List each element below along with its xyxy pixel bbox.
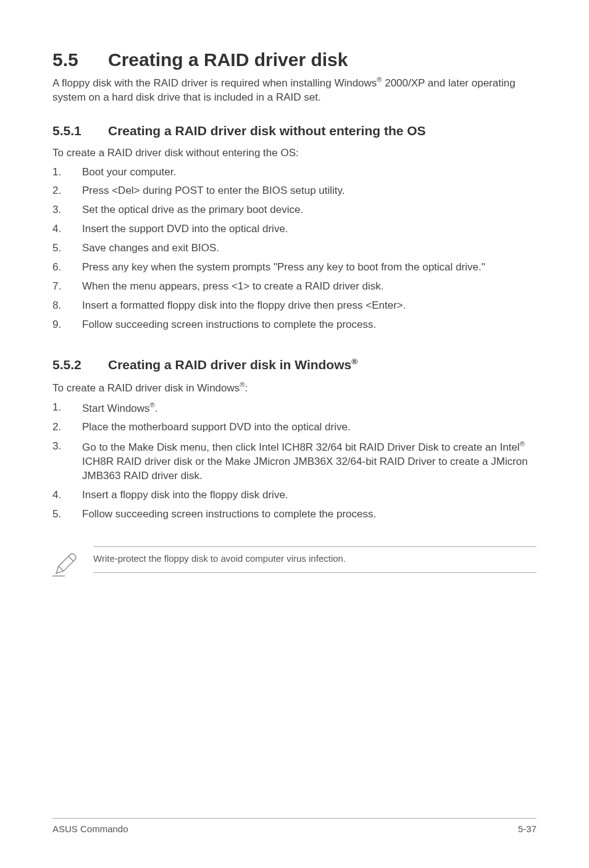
list-item: Press any key when the system prompts "P… bbox=[52, 261, 537, 275]
list-item: Save changes and exit BIOS. bbox=[52, 241, 537, 256]
list-item: Boot your computer. bbox=[52, 165, 537, 180]
list-item: Go to the Make Disk menu, then click Int… bbox=[52, 440, 537, 483]
list-item: Place the motherboard support DVD into t… bbox=[52, 420, 537, 435]
subsection-b-steps: Start Windows®. Place the motherboard su… bbox=[52, 401, 537, 522]
subsection-b-heading: 5.5.2Creating a RAID driver disk in Wind… bbox=[52, 357, 537, 372]
subsection-b-title: Creating a RAID driver disk in Windows® bbox=[108, 357, 357, 372]
list-item: Follow succeeding screen instructions to… bbox=[52, 507, 537, 522]
subsection-a-number: 5.5.1 bbox=[52, 123, 108, 138]
note-text-wrap: Write-protect the floppy disk to avoid c… bbox=[93, 546, 537, 573]
page-footer: ASUS Commando 5-37 bbox=[52, 818, 537, 834]
list-item: Set the optical drive as the primary boo… bbox=[52, 203, 537, 217]
svg-line-1 bbox=[69, 556, 73, 561]
subsection-a-title: Creating a RAID driver disk without ente… bbox=[108, 123, 426, 138]
list-item: Insert the support DVD into the optical … bbox=[52, 222, 537, 236]
subsection-b-number: 5.5.2 bbox=[52, 357, 108, 372]
subsection-a-heading: 5.5.1Creating a RAID driver disk without… bbox=[52, 123, 537, 138]
subsection-a-steps: Boot your computer. Press <Del> during P… bbox=[52, 165, 537, 332]
list-item: Insert a floppy disk into the floppy dis… bbox=[52, 488, 537, 503]
section-heading: 5.5Creating a RAID driver disk bbox=[52, 49, 537, 70]
pencil-icon bbox=[52, 546, 80, 580]
subsection-b-lead: To create a RAID driver disk in Windows®… bbox=[52, 381, 537, 394]
heading-number: 5.5 bbox=[52, 49, 108, 70]
note-block: Write-protect the floppy disk to avoid c… bbox=[52, 546, 537, 580]
intro-paragraph: A floppy disk with the RAID driver is re… bbox=[52, 75, 537, 105]
subsection-a-lead: To create a RAID driver disk without ent… bbox=[52, 147, 537, 159]
heading-text: Creating a RAID driver disk bbox=[108, 49, 348, 70]
svg-line-0 bbox=[59, 566, 64, 571]
note-text: Write-protect the floppy disk to avoid c… bbox=[93, 553, 537, 564]
list-item: Start Windows®. bbox=[52, 401, 537, 416]
footer-left: ASUS Commando bbox=[52, 824, 128, 834]
list-item: Press <Del> during POST to enter the BIO… bbox=[52, 184, 537, 198]
list-item: When the menu appears, press <1> to crea… bbox=[52, 280, 537, 294]
list-item: Insert a formatted floppy disk into the … bbox=[52, 299, 537, 313]
footer-right: 5-37 bbox=[518, 824, 537, 834]
list-item: Follow succeeding screen instructions to… bbox=[52, 318, 537, 332]
